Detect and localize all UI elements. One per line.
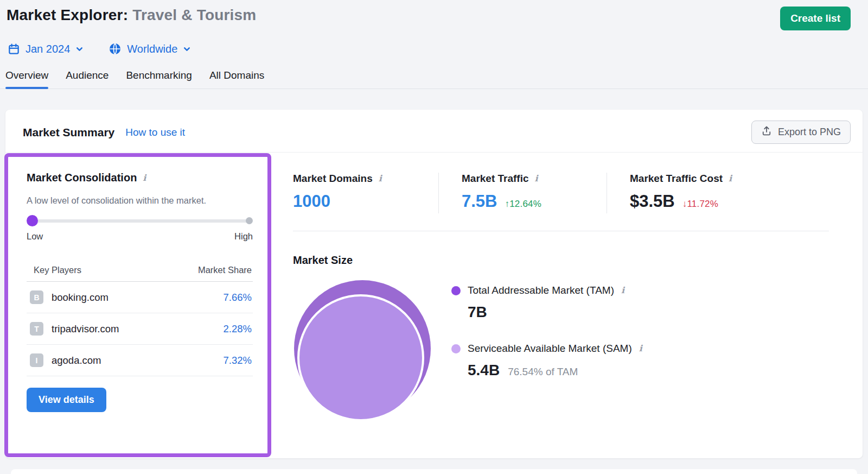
info-icon[interactable]: i: [379, 174, 382, 183]
consolidation-slider[interactable]: [27, 215, 253, 226]
market-domains-label: Market Domains: [293, 173, 373, 185]
how-to-use-link[interactable]: How to use it: [125, 127, 185, 138]
tam-value: 7B: [468, 304, 487, 321]
legend-item-sam: Serviceable Available Market (SAM) i: [451, 343, 642, 355]
market-traffic-value: 7.5B: [462, 192, 497, 211]
table-row: I agoda.com 7.32%: [27, 345, 253, 376]
key-players-table: Key Players Market Share B booking.com 7…: [27, 265, 253, 376]
stat-market-domains: Market Domains i 1000: [293, 173, 438, 213]
slider-low-label: Low: [27, 231, 43, 242]
region-selector-label: Worldwide: [127, 43, 177, 55]
stat-market-traffic: Market Traffic i 7.5B ↑12.64%: [438, 173, 607, 213]
date-selector[interactable]: Jan 2024: [8, 43, 84, 55]
chevron-down-icon: [183, 45, 191, 53]
tam-label: Total Addressable Market (TAM): [468, 285, 614, 296]
sam-value: 5.4B: [468, 362, 500, 379]
export-to-png-label: Export to PNG: [778, 127, 841, 138]
market-share-link[interactable]: 7.66%: [224, 292, 252, 304]
sam-percent-of-tam: 76.54% of TAM: [508, 366, 578, 378]
globe-icon: [108, 42, 122, 55]
view-details-button[interactable]: View details: [27, 388, 106, 412]
market-traffic-cost-value: $3.5B: [630, 192, 675, 211]
info-icon[interactable]: i: [621, 286, 624, 295]
market-consolidation-panel: Market Consolidation i A low level of co…: [4, 153, 271, 457]
create-list-button[interactable]: Create list: [780, 7, 851, 30]
info-icon[interactable]: i: [143, 174, 146, 182]
divider: [293, 231, 829, 231]
sam-dot-icon: [451, 344, 461, 353]
domain-label: booking.com: [52, 292, 108, 304]
info-icon[interactable]: i: [729, 174, 732, 183]
upload-icon: [761, 125, 772, 139]
market-size-legend: Total Addressable Market (TAM) i 7B Serv…: [451, 285, 642, 379]
market-summary-card: Market Summary How to use it Export to P…: [5, 110, 863, 458]
market-summary-body: Market Domains i 1000 Market Traffic i 7…: [293, 153, 829, 426]
domain-label: tripadvisor.com: [52, 323, 119, 335]
market-summary-header: Market Summary How to use it Export to P…: [5, 110, 863, 153]
market-share-link[interactable]: 2.28%: [224, 323, 252, 335]
key-players-header: Key Players: [34, 265, 81, 275]
tab-benchmarking[interactable]: Benchmarking: [126, 69, 192, 89]
market-traffic-label: Market Traffic: [462, 173, 529, 185]
date-selector-label: Jan 2024: [25, 43, 70, 55]
market-share-header: Market Share: [198, 265, 252, 275]
market-traffic-delta: ↑12.64%: [505, 199, 541, 210]
favicon-booking: B: [30, 290, 43, 304]
tab-audience[interactable]: Audience: [66, 69, 108, 89]
page-header: Market Explorer: Travel & Tourism Create…: [0, 0, 868, 55]
slider-high-label: High: [234, 231, 253, 242]
market-consolidation-description: A low level of consolidation within the …: [27, 195, 253, 206]
legend-item-tam: Total Addressable Market (TAM) i: [451, 285, 642, 296]
page-title-prefix: Market Explorer:: [7, 7, 128, 23]
slider-knob-high[interactable]: [246, 217, 253, 224]
tab-all-domains[interactable]: All Domains: [209, 69, 264, 89]
slider-knob-low[interactable]: [27, 215, 38, 226]
next-card-top-edge: [11, 469, 857, 474]
market-consolidation-title: Market Consolidation: [27, 172, 137, 184]
favicon-tripadvisor: T: [30, 322, 43, 336]
market-traffic-cost-label: Market Traffic Cost: [630, 173, 723, 185]
info-icon[interactable]: i: [639, 344, 642, 353]
slider-track: [30, 219, 250, 223]
market-size-chart: Total Addressable Market (TAM) i 7B Serv…: [293, 280, 829, 426]
market-domains-value: 1000: [293, 192, 330, 211]
market-size-title: Market Size: [293, 254, 829, 267]
market-share-link[interactable]: 7.32%: [224, 355, 252, 366]
table-row: B booking.com 7.66%: [27, 282, 253, 313]
stat-market-traffic-cost: Market Traffic Cost i $3.5B ↓11.72%: [607, 173, 732, 213]
page-title: Market Explorer: Travel & Tourism: [7, 7, 256, 24]
domain-label: agoda.com: [52, 355, 101, 366]
sam-circle: [297, 294, 424, 421]
calendar-icon: [8, 43, 20, 55]
favicon-agoda: I: [30, 353, 43, 367]
info-icon[interactable]: i: [535, 174, 538, 183]
tab-bar: Overview Audience Benchmarking All Domai…: [0, 69, 868, 89]
table-row: T tripadvisor.com 2.28%: [27, 313, 253, 345]
export-to-png-button[interactable]: Export to PNG: [751, 121, 851, 144]
tab-overview[interactable]: Overview: [5, 69, 48, 89]
chevron-down-icon: [75, 45, 84, 53]
page-title-market: Travel & Tourism: [132, 7, 256, 23]
market-summary-title: Market Summary: [23, 126, 114, 139]
market-traffic-cost-delta: ↓11.72%: [682, 199, 718, 210]
sam-label: Serviceable Available Market (SAM): [468, 343, 632, 355]
region-selector[interactable]: Worldwide: [108, 42, 191, 55]
tam-dot-icon: [451, 286, 461, 295]
